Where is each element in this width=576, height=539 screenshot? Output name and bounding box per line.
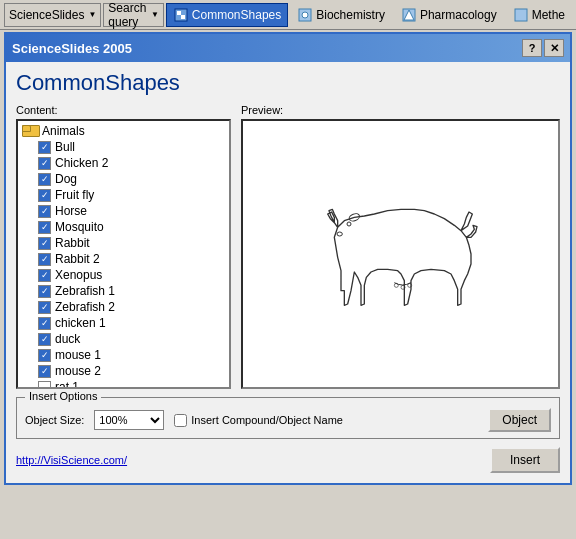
- list-item[interactable]: Horse: [18, 203, 229, 219]
- list-item[interactable]: Rabbit 2: [18, 251, 229, 267]
- item-checkbox: [38, 237, 51, 250]
- right-panel: Preview:: [241, 104, 560, 389]
- close-button[interactable]: ✕: [544, 39, 564, 57]
- pharmacology-icon: [401, 7, 417, 23]
- list-item[interactable]: Bull: [18, 139, 229, 155]
- main-body: Content: AnimalsBullChicken 2DogFruit fl…: [16, 104, 560, 389]
- object-size-label: Object Size:: [25, 414, 84, 426]
- item-label: Rabbit 2: [55, 252, 100, 266]
- insert-options-group: Insert Options Object Size: 50%75%100%12…: [16, 397, 560, 439]
- item-label: Rabbit: [55, 236, 90, 250]
- dialog-window: ScienceSlides 2005 ? ✕ CommonShapes Cont…: [4, 32, 572, 485]
- svg-rect-7: [515, 9, 527, 21]
- help-button[interactable]: ?: [522, 39, 542, 57]
- dialog-title-buttons: ? ✕: [522, 39, 564, 57]
- object-size-select[interactable]: 50%75%100%125%150%: [94, 410, 164, 430]
- item-checkbox: [38, 189, 51, 202]
- dialog-titlebar: ScienceSlides 2005 ? ✕: [6, 34, 570, 62]
- toolbar: ScienceSlides ▼ Search query ▼ CommonSha…: [0, 0, 576, 30]
- item-checkbox: [38, 349, 51, 362]
- search-query-label: Search query: [108, 1, 147, 29]
- list-item[interactable]: Chicken 2: [18, 155, 229, 171]
- pharmacology-tab[interactable]: Pharmacology: [394, 3, 504, 27]
- options-row: Object Size: 50%75%100%125%150% Insert C…: [25, 408, 551, 432]
- item-checkbox: [38, 333, 51, 346]
- item-checkbox: [38, 157, 51, 170]
- methe-icon: [513, 7, 529, 23]
- scienceslides-arrow: ▼: [88, 10, 96, 19]
- item-checkbox: [38, 285, 51, 298]
- content-list[interactable]: AnimalsBullChicken 2DogFruit flyHorseMos…: [18, 121, 229, 387]
- list-item[interactable]: Zebrafish 2: [18, 299, 229, 315]
- list-item[interactable]: Xenopus: [18, 267, 229, 283]
- svg-point-4: [302, 12, 308, 18]
- search-query-menu[interactable]: Search query ▼: [103, 3, 164, 27]
- compound-label: Insert Compound/Object Name: [191, 414, 343, 426]
- item-label: mouse 2: [55, 364, 101, 378]
- bottom-row: http://VisiScience.com/ Insert: [16, 445, 560, 475]
- preview-area: [241, 119, 560, 389]
- list-item[interactable]: chicken 1: [18, 315, 229, 331]
- list-item[interactable]: mouse 1: [18, 347, 229, 363]
- item-label: rat 1: [55, 380, 79, 387]
- list-item[interactable]: rat 1: [18, 379, 229, 387]
- object-button[interactable]: Object: [488, 408, 551, 432]
- list-item[interactable]: Mosquito: [18, 219, 229, 235]
- item-checkbox: [38, 301, 51, 314]
- item-label: chicken 1: [55, 316, 106, 330]
- svg-rect-2: [181, 15, 185, 19]
- methe-tab[interactable]: Methe: [506, 3, 572, 27]
- item-label: Bull: [55, 140, 75, 154]
- preview-label: Preview:: [241, 104, 560, 116]
- item-checkbox: [38, 205, 51, 218]
- item-checkbox: [38, 141, 51, 154]
- scienceslides-menu[interactable]: ScienceSlides ▼: [4, 3, 101, 27]
- search-arrow: ▼: [151, 10, 159, 19]
- item-label: Horse: [55, 204, 87, 218]
- compound-checkbox-area: Insert Compound/Object Name: [174, 414, 343, 427]
- list-item[interactable]: Dog: [18, 171, 229, 187]
- item-label: mouse 1: [55, 348, 101, 362]
- item-label: duck: [55, 332, 80, 346]
- insert-button[interactable]: Insert: [490, 447, 560, 473]
- cow-preview-image: [301, 154, 501, 354]
- dialog-title: ScienceSlides 2005: [12, 41, 132, 56]
- list-item[interactable]: Zebrafish 1: [18, 283, 229, 299]
- svg-point-10: [337, 232, 342, 236]
- website-link[interactable]: http://VisiScience.com/: [16, 454, 127, 466]
- item-label: Zebrafish 2: [55, 300, 115, 314]
- commonshapes-icon: [173, 7, 189, 23]
- svg-rect-1: [177, 11, 181, 15]
- compound-checkbox[interactable]: [174, 414, 187, 427]
- page-heading: CommonShapes: [16, 70, 560, 96]
- methe-label: Methe: [532, 8, 565, 22]
- item-checkbox: [38, 221, 51, 234]
- item-label: Dog: [55, 172, 77, 186]
- list-item[interactable]: Animals: [18, 123, 229, 139]
- item-label: Animals: [42, 124, 85, 138]
- biochemistry-icon: [297, 7, 313, 23]
- list-item[interactable]: mouse 2: [18, 363, 229, 379]
- commonshapes-label: CommonShapes: [192, 8, 281, 22]
- item-checkbox: [38, 253, 51, 266]
- commonshapes-tab[interactable]: CommonShapes: [166, 3, 288, 27]
- content-list-container: AnimalsBullChicken 2DogFruit flyHorseMos…: [16, 119, 231, 389]
- biochemistry-tab[interactable]: Biochemistry: [290, 3, 392, 27]
- pharmacology-label: Pharmacology: [420, 8, 497, 22]
- biochemistry-label: Biochemistry: [316, 8, 385, 22]
- item-label: Xenopus: [55, 268, 102, 282]
- list-item[interactable]: Rabbit: [18, 235, 229, 251]
- item-checkbox: [38, 317, 51, 330]
- item-label: Fruit fly: [55, 188, 94, 202]
- item-checkbox: [38, 381, 51, 388]
- list-item[interactable]: Fruit fly: [18, 187, 229, 203]
- left-panel: Content: AnimalsBullChicken 2DogFruit fl…: [16, 104, 231, 389]
- content-label: Content:: [16, 104, 231, 116]
- item-checkbox: [38, 365, 51, 378]
- item-checkbox: [38, 269, 51, 282]
- list-item[interactable]: duck: [18, 331, 229, 347]
- scienceslides-label: ScienceSlides: [9, 8, 84, 22]
- dialog-content: CommonShapes Content: AnimalsBullChicken…: [6, 62, 570, 483]
- item-label: Mosquito: [55, 220, 104, 234]
- svg-point-9: [347, 222, 351, 226]
